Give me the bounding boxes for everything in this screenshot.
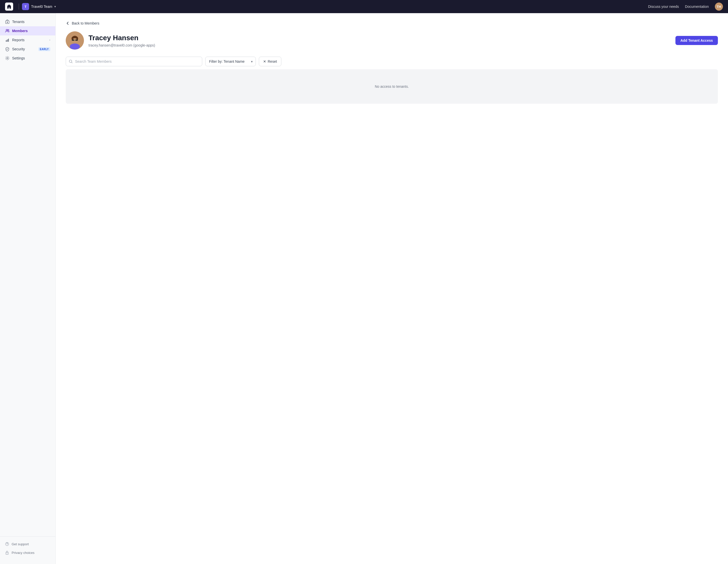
svg-point-2 <box>6 29 8 31</box>
reports-chevron-icon: › <box>49 38 50 42</box>
layout: Tenants Members <box>0 13 728 564</box>
sidebar-item-settings[interactable]: Settings <box>0 54 55 63</box>
profile-email: tracey.hansen@travel0.com (google-apps) <box>88 43 675 47</box>
sidebar-item-label-reports: Reports <box>12 38 47 42</box>
back-to-members-link[interactable]: Back to Members <box>66 21 99 25</box>
sidebar-item-tenants[interactable]: Tenants <box>0 17 55 26</box>
team-chevron-icon: ▾ <box>54 5 56 8</box>
search-icon <box>69 59 73 63</box>
filter-select-wrap: Filter by: Tenant Name ▾ <box>205 57 256 66</box>
reset-button[interactable]: ✕ Reset <box>259 57 281 66</box>
tenants-icon <box>5 19 10 24</box>
support-icon <box>5 542 9 546</box>
sidebar-item-members[interactable]: Members <box>0 26 55 35</box>
get-support-label: Get support <box>12 542 29 546</box>
sidebar-item-label-security: Security <box>12 47 36 51</box>
profile-avatar <box>66 31 84 50</box>
sidebar-item-label-members: Members <box>12 29 50 33</box>
filter-select[interactable]: Filter by: Tenant Name <box>205 57 256 66</box>
main-content: Back to Members Tracey Hansen tr <box>56 13 728 564</box>
svg-point-19 <box>70 43 80 50</box>
svg-rect-6 <box>8 39 9 42</box>
sidebar-item-reports[interactable]: Reports › <box>0 35 55 44</box>
security-icon <box>5 47 10 51</box>
svg-point-9 <box>7 545 7 545</box>
avatar-image <box>66 31 84 50</box>
reset-x-icon: ✕ <box>263 59 266 63</box>
sidebar: Tenants Members <box>0 13 56 564</box>
svg-rect-17 <box>75 39 78 41</box>
team-name: Travel0 Team <box>31 5 52 9</box>
back-link-label: Back to Members <box>72 21 99 25</box>
settings-icon <box>5 56 10 60</box>
svg-point-11 <box>7 553 7 554</box>
nav-divider <box>19 4 19 10</box>
svg-point-15 <box>72 38 77 44</box>
team-selector[interactable]: T Travel0 Team ▾ <box>22 3 56 10</box>
logo-icon[interactable] <box>5 3 13 11</box>
search-box <box>66 57 202 66</box>
profile-info: Tracey Hansen tracey.hansen@travel0.com … <box>88 34 675 47</box>
reset-label: Reset <box>268 59 277 63</box>
documentation-link[interactable]: Documentation <box>685 5 709 9</box>
svg-point-3 <box>8 30 9 31</box>
sidebar-item-security[interactable]: Security EARLY <box>0 44 55 54</box>
discuss-needs-link[interactable]: Discuss your needs <box>648 5 679 9</box>
topnav-right: Discuss your needs Documentation TH <box>648 3 723 11</box>
empty-state: No access to tenants. <box>66 69 718 104</box>
sidebar-item-privacy-choices[interactable]: Privacy choices <box>0 548 55 557</box>
sidebar-nav: Tenants Members <box>0 17 55 536</box>
svg-rect-4 <box>6 40 7 42</box>
topnav: T Travel0 Team ▾ Discuss your needs Docu… <box>0 0 728 13</box>
svg-rect-16 <box>72 39 74 41</box>
back-arrow-icon <box>66 21 70 25</box>
user-avatar[interactable]: TH <box>715 3 723 11</box>
search-input[interactable] <box>66 57 202 66</box>
sidebar-item-label-tenants: Tenants <box>12 20 50 24</box>
members-icon <box>5 29 10 33</box>
sidebar-item-get-support[interactable]: Get support <box>0 540 55 548</box>
profile-header: Tracey Hansen tracey.hansen@travel0.com … <box>66 31 718 50</box>
early-badge: EARLY <box>38 47 50 51</box>
add-tenant-access-button[interactable]: Add Tenant Access <box>675 36 718 45</box>
reports-icon <box>5 38 10 42</box>
privacy-icon <box>5 551 9 555</box>
sidebar-item-label-settings: Settings <box>12 56 50 60</box>
profile-name: Tracey Hansen <box>88 34 675 42</box>
sidebar-bottom: Get support Privacy choices <box>0 536 55 560</box>
empty-state-message: No access to tenants. <box>375 84 409 88</box>
svg-rect-5 <box>7 39 8 42</box>
svg-rect-1 <box>7 22 8 23</box>
team-icon: T <box>22 3 29 10</box>
svg-point-7 <box>7 58 8 59</box>
privacy-choices-label: Privacy choices <box>12 551 34 555</box>
search-filter-row: Filter by: Tenant Name ▾ ✕ Reset <box>66 57 718 66</box>
